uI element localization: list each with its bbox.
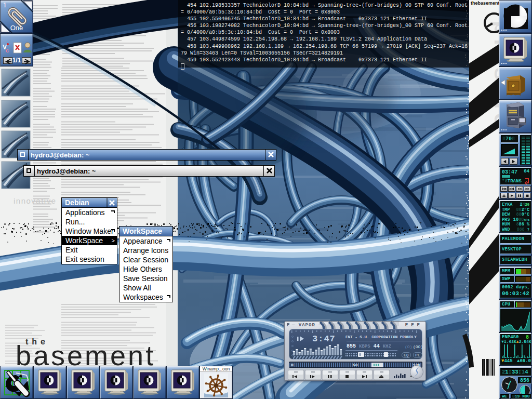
svg-text:thebasement: thebasement	[471, 1, 500, 6]
svg-text:innovative: innovative	[14, 196, 57, 205]
svg-text:c: c	[6, 47, 9, 54]
